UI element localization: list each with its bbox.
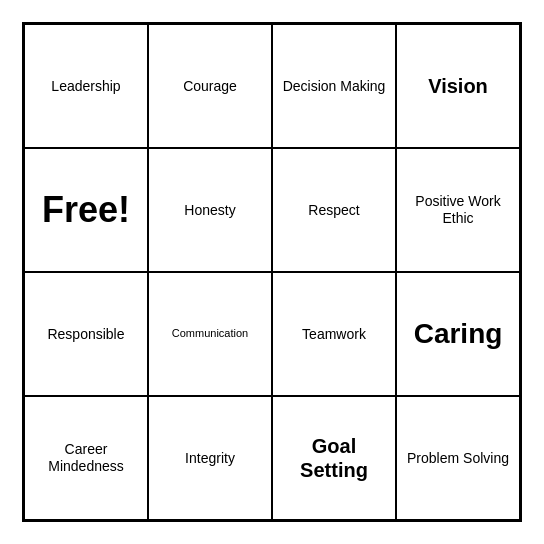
cell-text-r3c0: Career Mindedness xyxy=(31,441,141,475)
cell-r2c3: Caring xyxy=(396,272,520,396)
cell-r1c2: Respect xyxy=(272,148,396,272)
cell-r3c1: Integrity xyxy=(148,396,272,520)
cell-text-r0c1: Courage xyxy=(183,78,237,95)
cell-text-r2c3: Caring xyxy=(414,317,503,351)
cell-r3c0: Career Mindedness xyxy=(24,396,148,520)
cell-r1c3: Positive Work Ethic xyxy=(396,148,520,272)
cell-r0c0: Leadership xyxy=(24,24,148,148)
cell-r0c1: Courage xyxy=(148,24,272,148)
cell-r1c0: Free! xyxy=(24,148,148,272)
cell-r0c2: Decision Making xyxy=(272,24,396,148)
cell-text-r1c1: Honesty xyxy=(184,202,235,219)
cell-text-r0c2: Decision Making xyxy=(283,78,386,95)
cell-text-r3c2: Goal Setting xyxy=(279,434,389,482)
cell-r1c1: Honesty xyxy=(148,148,272,272)
bingo-board: LeadershipCourageDecision MakingVisionFr… xyxy=(22,22,522,522)
cell-text-r3c1: Integrity xyxy=(185,450,235,467)
cell-text-r0c3: Vision xyxy=(428,74,488,98)
cell-r3c3: Problem Solving xyxy=(396,396,520,520)
cell-r0c3: Vision xyxy=(396,24,520,148)
cell-text-r2c1: Communication xyxy=(172,327,248,340)
cell-r2c1: Communication xyxy=(148,272,272,396)
cell-text-r2c0: Responsible xyxy=(47,326,124,343)
cell-r3c2: Goal Setting xyxy=(272,396,396,520)
cell-r2c0: Responsible xyxy=(24,272,148,396)
cell-text-r3c3: Problem Solving xyxy=(407,450,509,467)
cell-r2c2: Teamwork xyxy=(272,272,396,396)
cell-text-r0c0: Leadership xyxy=(51,78,120,95)
cell-text-r1c3: Positive Work Ethic xyxy=(403,193,513,227)
cell-text-r2c2: Teamwork xyxy=(302,326,366,343)
cell-text-r1c2: Respect xyxy=(308,202,359,219)
cell-text-r1c0: Free! xyxy=(42,188,130,231)
bingo-grid: LeadershipCourageDecision MakingVisionFr… xyxy=(24,24,520,520)
